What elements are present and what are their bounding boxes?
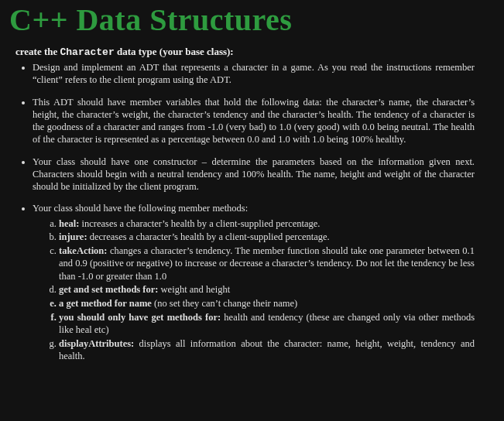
method-name: get and set methods for: — [59, 284, 158, 295]
method-desc: decreases a character’s health by a clie… — [87, 231, 330, 242]
list-item: Your class should have the following mem… — [33, 202, 475, 214]
page-title: C++ Data Structures — [9, 0, 498, 38]
method-item: takeAction: changes a character’s tenden… — [59, 245, 475, 282]
method-name: heal: — [59, 218, 79, 229]
methods-list: heal: increases a character’s health by … — [42, 217, 475, 363]
list-item-text: Your class should have the following mem… — [33, 203, 248, 214]
method-desc: weight and height — [158, 284, 230, 295]
list-item: Design and implement an ADT that represe… — [33, 61, 475, 87]
document-page: C++ Data Structures create the Character… — [0, 0, 504, 421]
method-item: displayAttributes: displays all informat… — [59, 337, 475, 363]
intro-code-term: Character — [60, 46, 115, 58]
method-item: a get method for name (no set they can’t… — [59, 297, 475, 310]
method-desc: (no set they can’t change their name) — [152, 298, 297, 309]
method-item: you should only have get methods for: he… — [59, 311, 475, 337]
method-desc: changes a character’s tendency. The memb… — [59, 245, 475, 282]
method-name: you should only have get methods for: — [59, 312, 221, 323]
list-item: This ADT should have member variables th… — [33, 96, 475, 146]
method-item: injure: decreases a character’s health b… — [59, 231, 475, 243]
method-name: a get method for name — [59, 298, 152, 309]
method-name: takeAction: — [59, 245, 108, 256]
method-desc: increases a character’s health by a clie… — [79, 218, 320, 229]
method-item: heal: increases a character’s health by … — [59, 217, 475, 230]
intro-suffix: data type (your base class): — [115, 46, 234, 57]
bullet-list: Design and implement an ADT that represe… — [17, 61, 475, 215]
section-heading: create the Character data type (your bas… — [15, 46, 498, 58]
intro-prefix: create the — [15, 46, 60, 57]
list-item: Your class should have one constructor –… — [33, 156, 475, 193]
method-name: injure: — [59, 231, 87, 242]
method-name: displayAttributes: — [59, 338, 134, 349]
method-item: get and set methods for: weight and heig… — [59, 283, 475, 296]
